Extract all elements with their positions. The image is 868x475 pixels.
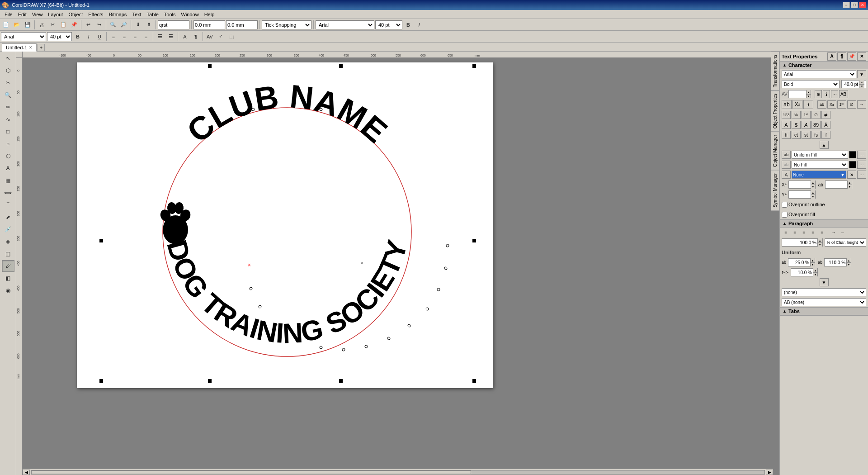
outline-color-swatch[interactable] xyxy=(849,161,856,168)
document-tab-active[interactable]: Untitled-1 ✕ xyxy=(2,43,37,52)
text-italic-btn[interactable]: I xyxy=(84,32,94,42)
underline-btn[interactable]: ab xyxy=(782,100,792,109)
panel-close-btn[interactable]: ✕ xyxy=(857,52,866,61)
bs-up-btn[interactable]: ▲ xyxy=(810,258,815,262)
scroll-thumb-h[interactable] xyxy=(31,470,471,474)
after-spacing-input[interactable] xyxy=(825,259,846,266)
liga-btn[interactable]: ↔ xyxy=(857,100,866,109)
object-properties-tab[interactable]: Object Properties xyxy=(771,90,779,132)
y2-down-btn[interactable]: ▼ xyxy=(811,195,815,199)
bold-btn[interactable]: B xyxy=(403,20,413,30)
close-button[interactable]: ✕ xyxy=(859,2,866,8)
align-center-btn[interactable]: ≡ xyxy=(119,32,129,42)
spacing-unit-dropdown[interactable]: % of Char. height pts mm xyxy=(825,238,867,247)
scroll-track-h[interactable] xyxy=(31,470,765,475)
supscript-before-dropdown[interactable]: (none) xyxy=(782,288,866,296)
bg-clear-btn[interactable]: ✕ xyxy=(847,171,856,179)
polygon-tool[interactable]: ⬡ xyxy=(2,150,14,162)
cut-btn[interactable]: ✂ xyxy=(47,20,57,30)
parallel-tool[interactable]: ⟺ xyxy=(2,187,14,199)
frac-btn[interactable]: ¼ xyxy=(792,111,801,119)
font-size-up-btn[interactable]: ▲ xyxy=(859,80,864,84)
panel-pin-btn[interactable]: 📌 xyxy=(847,52,856,61)
transparency-tool[interactable]: ◫ xyxy=(2,248,14,260)
tabs-section-title[interactable]: ▲ Tabs xyxy=(780,308,868,315)
kern-up-btn[interactable]: ▲ xyxy=(806,90,811,94)
fs-btn[interactable]: fs xyxy=(811,131,821,139)
dollar-btn[interactable]: $ xyxy=(792,121,801,129)
menu-effects[interactable]: Effects xyxy=(85,11,106,18)
null-btn[interactable]: ∅ xyxy=(811,111,821,119)
zoom-tool[interactable]: 🔍 xyxy=(2,89,14,101)
x-up-btn[interactable]: ▲ xyxy=(811,180,815,185)
ct-btn[interactable]: ct xyxy=(792,131,801,139)
crop-tool[interactable]: ✂ xyxy=(2,77,14,89)
x2-btn[interactable]: X₂ xyxy=(827,100,836,109)
font-size-dropdown[interactable]: 40 pt xyxy=(375,20,402,29)
minimize-button[interactable]: − xyxy=(843,2,850,8)
indent-input[interactable] xyxy=(791,269,813,276)
line-spacing-input[interactable] xyxy=(782,239,817,246)
scroll-right-btn[interactable]: ▶ xyxy=(766,470,773,475)
font-name-dropdown[interactable]: Arial xyxy=(782,70,856,78)
fill-more-btn[interactable]: ⋯ xyxy=(857,151,866,159)
font-browse-btn[interactable]: ▼ xyxy=(857,70,866,78)
freehand-tool[interactable]: ✏ xyxy=(2,101,14,113)
y-offset-input[interactable] xyxy=(826,181,847,188)
kern-down-btn[interactable]: ▼ xyxy=(806,94,811,98)
strikethrough-btn[interactable]: X2 xyxy=(793,100,802,109)
panel-para-btn[interactable]: ¶ xyxy=(837,52,846,61)
fill-tool[interactable]: ◧ xyxy=(2,272,14,284)
menu-help[interactable]: Help xyxy=(202,11,217,18)
new-tab-btn[interactable]: + xyxy=(38,44,45,51)
fill-color-swatch[interactable] xyxy=(849,151,856,158)
text-size-dropdown[interactable]: 40 pt xyxy=(47,32,72,41)
bullet-list-btn[interactable]: ☰ xyxy=(155,32,165,42)
ls-up-btn[interactable]: ▲ xyxy=(817,238,822,242)
open-btn[interactable]: 📂 xyxy=(12,20,22,30)
char-settings-btn[interactable]: ℹ xyxy=(823,90,830,98)
italic-btn[interactable]: I xyxy=(414,20,424,30)
fi-btn[interactable]: fi xyxy=(782,131,791,139)
swap-btn[interactable]: ⇄ xyxy=(821,111,830,119)
object-manager-tab[interactable]: Object Manager xyxy=(771,132,779,170)
text-bold-btn[interactable]: B xyxy=(73,32,83,42)
ellipse-tool[interactable]: ○ xyxy=(2,138,14,150)
transformations-tab[interactable]: Transformations xyxy=(771,52,779,90)
node-tool[interactable]: ⬡ xyxy=(2,65,14,76)
st-btn[interactable]: st xyxy=(802,131,811,139)
menu-tools[interactable]: Tools xyxy=(161,11,179,18)
kerning-input[interactable] xyxy=(789,90,806,98)
text-font-dropdown[interactable]: Arial xyxy=(1,32,46,41)
tab-close-btn[interactable]: ✕ xyxy=(29,45,33,50)
overprint-outline-checkbox[interactable] xyxy=(782,202,788,208)
character-section-title[interactable]: ▲ Character xyxy=(780,62,868,69)
outline-tool[interactable]: ◉ xyxy=(2,285,14,296)
long-s-btn[interactable]: ſ xyxy=(821,131,830,139)
measure-tool[interactable]: ⬈ xyxy=(2,211,14,223)
import-btn[interactable]: ⬇ xyxy=(133,20,143,30)
y-position-input[interactable] xyxy=(226,20,258,29)
font-size-input[interactable] xyxy=(842,81,859,88)
kern-btn[interactable]: AV xyxy=(205,32,215,42)
align-force-para-btn[interactable]: ≡ xyxy=(818,229,826,236)
ab-format-btn[interactable]: AB xyxy=(839,90,848,98)
menu-layout[interactable]: Layout xyxy=(45,11,66,18)
supscript-after-dropdown[interactable]: AB (none) xyxy=(782,298,866,306)
text-tool[interactable]: A xyxy=(2,162,14,174)
para-expand-btn[interactable]: ▼ xyxy=(820,278,829,286)
align-left-btn[interactable]: ≡ xyxy=(108,32,118,42)
as-down-btn[interactable]: ▼ xyxy=(846,262,851,266)
x-down-btn[interactable]: ▼ xyxy=(811,185,815,189)
y-down-btn[interactable]: ▼ xyxy=(847,185,852,189)
menu-bitmaps[interactable]: Bitmaps xyxy=(106,11,130,18)
num123-btn[interactable]: 123 xyxy=(782,111,791,119)
indent-dec-btn[interactable]: ← xyxy=(839,229,847,236)
ords-btn[interactable]: ∅ xyxy=(847,100,856,109)
y2-up-btn[interactable]: ▲ xyxy=(811,190,815,195)
align-justify-para-btn[interactable]: ≡ xyxy=(809,229,817,236)
before-spacing-input[interactable] xyxy=(788,259,810,266)
align-left-para-btn[interactable]: ≡ xyxy=(782,229,790,236)
char-format-btn[interactable]: A xyxy=(180,32,190,42)
outline-type-dropdown[interactable]: No Fill Uniform Fill xyxy=(792,161,848,169)
